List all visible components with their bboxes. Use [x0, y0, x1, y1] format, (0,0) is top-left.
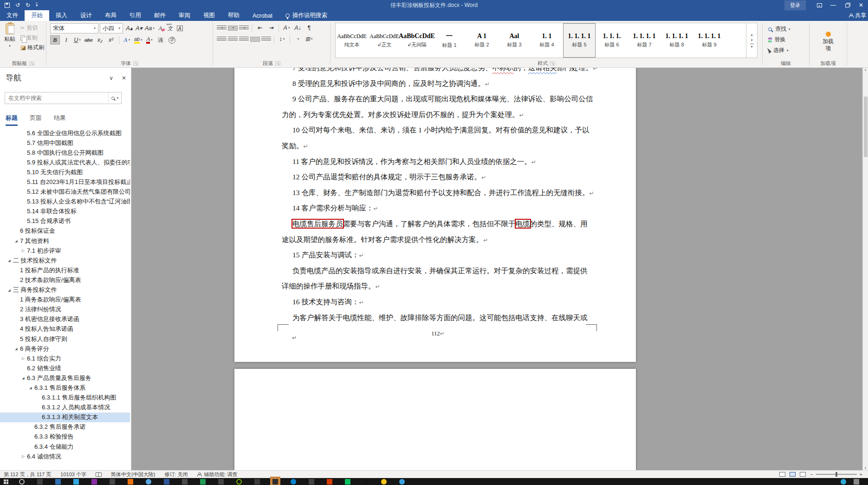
scroll-up-icon[interactable]: ▴ — [751, 33, 752, 37]
nav-heading-item[interactable]: 6.3 产品质量及售后服务 — [0, 373, 130, 383]
nav-heading-item[interactable]: 6.3.4 仓储能力 — [0, 442, 130, 452]
word-count[interactable]: 10103 个字 — [60, 471, 96, 478]
restore-button[interactable] — [840, 0, 854, 10]
ribbon-tab[interactable]: 文件 — [0, 10, 25, 21]
nav-heading-item[interactable]: 7.1 初步评审 — [0, 246, 130, 256]
save-icon[interactable] — [5, 3, 10, 8]
ribbon-tab[interactable]: 开始 — [25, 10, 49, 21]
paragraph-group-label[interactable]: 段落 — [213, 59, 330, 67]
ribbon-tab[interactable]: 邮件 — [148, 10, 172, 21]
select-button[interactable]: 选择▾ — [768, 46, 790, 54]
nav-heading-item[interactable]: 5.15 合规承诺书 — [0, 216, 130, 226]
undo-icon[interactable]: ↺ — [15, 2, 20, 8]
style-item[interactable]: AaBbCcDdE 纯文本 — [336, 23, 368, 58]
taskbar-app-icon[interactable] — [55, 478, 61, 485]
taskbar-app-icon[interactable] — [109, 478, 116, 485]
style-item[interactable]: 1. 1. 1. 1 标题 7 — [628, 23, 661, 58]
scroll-down-icon[interactable]: ▾ — [865, 466, 867, 470]
taskbar-app-icon[interactable] — [37, 478, 43, 485]
page-indicator[interactable]: 第 112 页，共 117 页 — [0, 471, 60, 478]
ribbon-tab[interactable]: 帮助 — [221, 10, 246, 21]
doc-line[interactable]: 15 产品安装与调试：↵ — [282, 247, 594, 263]
numbering-icon[interactable] — [228, 26, 238, 31]
tree-arrow-icon[interactable] — [13, 347, 20, 351]
document-canvas[interactable]: 7 受理的意见和投诉中涉及公司营销、售后服务人员态度恶劣、不称职的，送请相关部门… — [132, 68, 868, 470]
tray-icon[interactable] — [853, 478, 860, 485]
tree-arrow-icon[interactable] — [19, 454, 27, 459]
nav-heading-item[interactable]: 6.3.1.2 人员构成基本情况 — [0, 403, 130, 413]
styles-group-label[interactable]: 样式 — [330, 59, 762, 67]
taskbar-app-icon[interactable] — [363, 478, 369, 485]
multilevel-list-icon[interactable] — [239, 26, 249, 31]
taskbar-app-icon[interactable] — [236, 478, 242, 485]
doc-line[interactable]: 12 公司产品退货和赔付的具体规定，明示于三包服务承诺。↵ — [282, 169, 594, 185]
taskbar-app-icon[interactable] — [290, 478, 297, 485]
nav-tab[interactable]: 标题 — [6, 114, 18, 126]
nav-heading-item[interactable]: 5.8 中国执行信息公开网截图 — [0, 148, 130, 157]
nav-heading-item[interactable]: 6.4 诚信情况 — [0, 452, 130, 461]
tree-arrow-icon[interactable] — [6, 288, 13, 292]
read-mode-icon[interactable] — [779, 472, 785, 477]
font-family-select[interactable]: 宋体▾ — [50, 23, 98, 33]
taskbar-app-icon[interactable] — [145, 478, 152, 485]
tree-arrow-icon[interactable] — [19, 249, 27, 253]
nav-heading-item[interactable]: 二 技术投标文件 — [0, 256, 130, 265]
tree-arrow-icon[interactable] — [19, 376, 27, 380]
font-size-select[interactable]: 小四▾ — [100, 23, 123, 33]
redo-icon[interactable]: ↻ — [26, 2, 30, 8]
ribbon-tab[interactable]: Acrobat — [246, 10, 279, 21]
ribbon-tab[interactable]: 审阅 — [172, 10, 197, 21]
chevron-down-icon[interactable]: ▾ — [117, 96, 118, 100]
zoom-slider-thumb[interactable] — [836, 472, 837, 477]
strikethrough-icon[interactable]: abc — [84, 35, 94, 45]
close-button[interactable]: ✕ — [854, 0, 868, 10]
style-item[interactable]: 1. 1. 1. 1 标题 9 — [693, 23, 725, 58]
scroll-up-icon[interactable]: ▴ — [865, 68, 867, 72]
font-group-label[interactable]: 字体 — [46, 59, 213, 67]
style-item[interactable]: 1. 1 标题 4 — [531, 23, 563, 58]
distributed-icon[interactable] — [261, 37, 271, 42]
vertical-scrollbar[interactable]: ▴ ▾ — [862, 68, 868, 470]
track-changes-status[interactable]: 修订: 关闭 — [164, 471, 197, 478]
doc-line[interactable]: 16 技术支持与咨询：↵ — [282, 294, 594, 310]
web-layout-icon[interactable] — [800, 472, 806, 477]
style-item[interactable]: 1. 1. 1. 1 标题 5 — [563, 23, 596, 58]
nav-heading-item[interactable]: 5.9 投标人或其法定代表人、拟委任的项目负... — [0, 157, 130, 167]
tray-icon[interactable] — [840, 478, 847, 485]
text-effects-icon[interactable]: A — [122, 35, 132, 45]
bold-icon[interactable]: B — [50, 35, 60, 45]
taskbar-app-icon[interactable] — [344, 478, 351, 485]
nav-heading-item[interactable]: 6.1 综合实力 — [0, 354, 130, 363]
nav-heading-item[interactable]: 5.10 无失信行为截图 — [0, 167, 130, 177]
taskbar-app-icon[interactable] — [127, 478, 134, 485]
scroll-down-icon[interactable]: ▾ — [751, 38, 752, 42]
doc-line[interactable]: 10 公司对每个来电、来信、来访，须在 1 小时内给予满意回复。对有价值的意见和… — [282, 122, 594, 138]
taskbar-app-icon[interactable] — [272, 478, 279, 485]
nav-heading-item[interactable]: 7 其他资料 — [0, 236, 130, 246]
doc-line[interactable]: 14 客户需求分析与响应：↵ — [282, 200, 594, 216]
show-marks-icon[interactable]: ¶ — [304, 23, 314, 33]
taskbar-app-icon[interactable] — [381, 478, 387, 485]
pinyin-guide-icon[interactable]: 文 — [165, 24, 175, 33]
asian-layout-icon[interactable]: A — [282, 23, 291, 33]
cut-button[interactable]: ✂剪切 — [20, 24, 44, 32]
align-left-icon[interactable] — [217, 37, 227, 42]
line-spacing-icon[interactable]: ↕ — [277, 34, 287, 44]
taskbar-app-icon[interactable] — [163, 478, 170, 485]
nav-heading-item[interactable]: 5.14 非联合体投标 — [0, 207, 130, 216]
nav-heading-item[interactable]: 5.12 未被中国石油天然气集团有限公司和辽... — [0, 187, 130, 197]
tree-arrow-icon[interactable] — [6, 258, 13, 262]
decrease-indent-icon[interactable]: ⇤ — [255, 23, 265, 33]
search-icon[interactable] — [111, 97, 115, 100]
signin-button[interactable]: 登录 — [784, 0, 806, 10]
style-item[interactable]: A 1 标题 2 — [466, 23, 498, 58]
zoom-out-icon[interactable]: − — [810, 472, 813, 477]
taskbar-app-icon[interactable] — [19, 478, 25, 485]
addins-button[interactable]: 加载项 — [815, 23, 841, 59]
clear-format-icon[interactable]: A — [155, 24, 165, 33]
nav-heading-item[interactable]: 6.2 销售业绩 — [0, 363, 130, 373]
doc-line[interactable]: 11 客户的意见和投诉情况，作为考察与之相关部门和人员业绩的依据之一。↵ — [282, 154, 594, 170]
doc-line[interactable]: 7 受理的意见和投诉中涉及公司营销、售后服务人员态度恶劣、不称职的，送请相关部门… — [282, 68, 594, 76]
find-button[interactable]: 查找▾ — [768, 25, 790, 33]
nav-pane-close-icon[interactable]: ✕ — [122, 75, 126, 81]
